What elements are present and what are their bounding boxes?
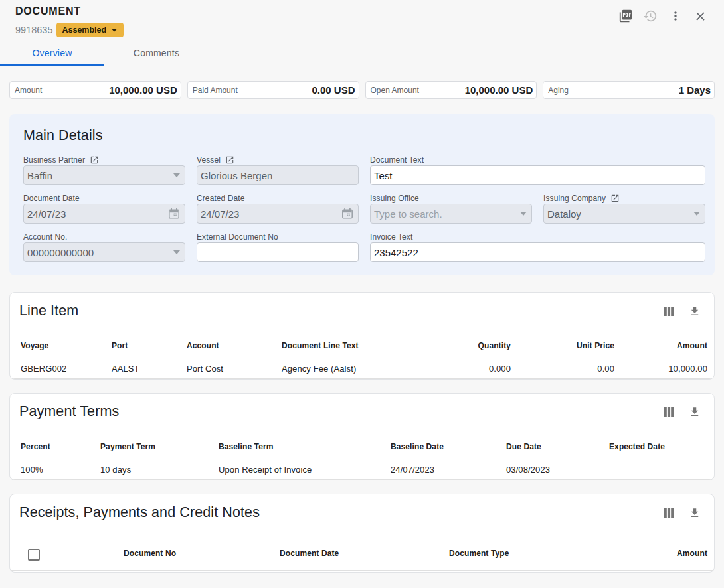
- field-label: Account No.: [23, 232, 185, 242]
- open-in-new-icon[interactable]: [225, 155, 234, 165]
- download-button[interactable]: [687, 404, 703, 420]
- col-header[interactable]: Amount: [614, 334, 714, 358]
- chip-value: 0.00 USD: [312, 84, 355, 96]
- field-vessel: Vessel Glorious Bergen: [197, 155, 359, 185]
- summary-chips: Amount 10,000.00 USD Paid Amount 0.00 US…: [9, 81, 715, 99]
- pdf-export-icon: [618, 9, 633, 23]
- created-date-input[interactable]: 24/07/23: [197, 204, 359, 224]
- section-toolbar: [661, 505, 703, 521]
- chip-label: Aging: [548, 86, 569, 95]
- chip-label: Paid Amount: [193, 86, 238, 95]
- history-button[interactable]: [642, 8, 658, 24]
- field-value: Dataloy: [547, 208, 688, 220]
- field-label: Created Date: [197, 194, 359, 203]
- col-header[interactable]: Percent: [10, 435, 100, 459]
- column-settings-button[interactable]: [661, 303, 677, 319]
- close-button[interactable]: [692, 8, 708, 24]
- column-settings-button[interactable]: [661, 404, 677, 420]
- col-header[interactable]: Document Line Text: [282, 334, 429, 358]
- col-header[interactable]: Port: [112, 334, 187, 358]
- calendar-icon: [167, 207, 181, 222]
- payment-term-row[interactable]: 100% 10 days Upon Receipt of Invoice 24/…: [10, 459, 714, 480]
- download-button[interactable]: [687, 303, 703, 319]
- field-issuing-company: Issuing Company Dataloy: [543, 194, 705, 224]
- open-in-new-icon[interactable]: [610, 194, 620, 203]
- cell-expected-date: [609, 459, 714, 480]
- account-no-select[interactable]: 000000000000: [23, 242, 185, 262]
- chip-label: Open Amount: [371, 86, 419, 95]
- column-settings-button[interactable]: [661, 505, 677, 521]
- tab-overview[interactable]: Overview: [0, 42, 104, 66]
- field-label: External Document No: [197, 232, 359, 242]
- chip-value: 10,000.00 USD: [109, 84, 177, 96]
- business-partner-select[interactable]: Baffin: [23, 165, 185, 185]
- download-button[interactable]: [687, 505, 703, 521]
- document-text-input[interactable]: [370, 165, 705, 185]
- col-header[interactable]: Unit Price: [511, 334, 614, 358]
- cell-baseline-term: Upon Receipt of Invoice: [219, 459, 391, 480]
- field-document-date: Document Date 24/07/23: [23, 194, 185, 224]
- dialog-header: DOCUMENT 9918635 Assembled: [0, 0, 724, 37]
- pdf-export-button[interactable]: [618, 8, 634, 24]
- receipts-section: Receipts, Payments and Credit Notes Docu…: [9, 494, 715, 573]
- line-item-table: Voyage Port Account Document Line Text Q…: [10, 334, 714, 379]
- col-header[interactable]: Expected Date: [609, 435, 714, 459]
- field-label-text: Account No.: [23, 232, 67, 242]
- columns-icon: [663, 305, 675, 317]
- close-icon: [693, 9, 707, 23]
- field-label-text: External Document No: [197, 232, 278, 242]
- payment-terms-table: Percent Payment Term Baseline Term Basel…: [10, 435, 714, 480]
- cell-percent: 100%: [10, 459, 100, 480]
- main-details-title: Main Details: [23, 128, 705, 143]
- field-label: Issuing Office: [370, 194, 532, 203]
- field-label: Business Partner: [23, 155, 185, 165]
- section-header: Payment Terms: [10, 394, 714, 420]
- col-header[interactable]: Due Date: [506, 435, 609, 459]
- cell-due-date: 03/08/2023: [506, 459, 609, 480]
- chip-label: Amount: [15, 86, 42, 95]
- invoice-text-input[interactable]: [370, 242, 705, 262]
- field-value: 24/07/23: [201, 208, 353, 220]
- field-value: 24/07/23: [27, 208, 180, 220]
- columns-icon: [663, 507, 675, 519]
- line-item-title: Line Item: [19, 303, 78, 319]
- tab-bar: Overview Comments: [0, 42, 724, 66]
- receipts-table: Document No Document Date Document Type …: [10, 537, 714, 571]
- issuing-office-select[interactable]: Type to search.: [370, 204, 532, 224]
- col-header[interactable]: Document Date: [280, 537, 449, 571]
- field-label-text: Issuing Company: [543, 194, 606, 203]
- main-details-grid: Business Partner Baffin Vessel Glorious …: [23, 155, 705, 262]
- col-header[interactable]: Account: [187, 334, 282, 358]
- download-icon: [689, 507, 701, 519]
- col-header[interactable]: Document No: [124, 537, 280, 571]
- tab-comments[interactable]: Comments: [104, 42, 209, 66]
- document-date-input[interactable]: 24/07/23: [23, 204, 185, 224]
- status-badge[interactable]: Assembled: [56, 23, 124, 37]
- col-header[interactable]: Baseline Date: [391, 435, 506, 459]
- line-item-row[interactable]: GBERG002 AALST Port Cost Agency Fee (Aal…: [10, 358, 714, 379]
- issuing-company-select[interactable]: Dataloy: [543, 204, 705, 224]
- cell-amount: 10,000.00: [614, 358, 714, 379]
- col-header[interactable]: Amount: [648, 537, 714, 571]
- field-external-document-no: External Document No: [197, 232, 359, 262]
- col-header[interactable]: Document Type: [449, 537, 648, 571]
- col-header[interactable]: Quantity: [429, 334, 511, 358]
- more-menu-button[interactable]: [668, 8, 683, 24]
- col-header[interactable]: Baseline Term: [219, 435, 391, 459]
- title-block: DOCUMENT 9918635 Assembled: [15, 5, 124, 37]
- col-header[interactable]: Payment Term: [100, 435, 219, 459]
- vessel-input[interactable]: Glorious Bergen: [197, 165, 359, 185]
- chip-value: 10,000.00 USD: [465, 84, 533, 96]
- summary-chip-aging: Aging 1 Days: [543, 81, 715, 99]
- open-in-new-icon[interactable]: [90, 155, 99, 165]
- external-document-no-input[interactable]: [197, 242, 359, 262]
- field-label: Document Text: [370, 155, 705, 165]
- select-all-checkbox[interactable]: [28, 549, 40, 561]
- section-header: Line Item: [10, 293, 714, 319]
- payment-terms-title: Payment Terms: [19, 404, 119, 419]
- col-header[interactable]: Voyage: [10, 334, 112, 358]
- calendar-icon: [341, 207, 354, 222]
- cell-voyage: GBERG002: [10, 358, 112, 379]
- field-business-partner: Business Partner Baffin: [23, 155, 185, 185]
- download-icon: [689, 406, 701, 418]
